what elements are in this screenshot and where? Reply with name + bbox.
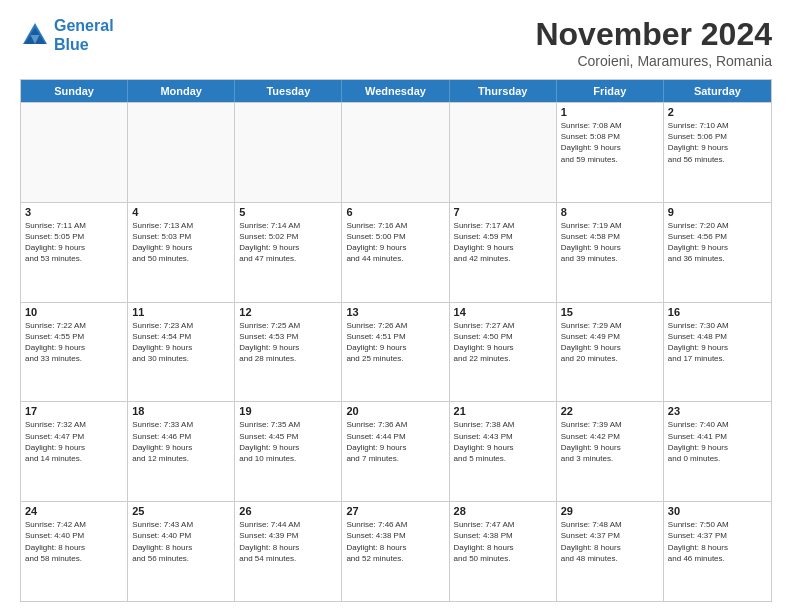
day-number: 10 xyxy=(25,306,123,318)
logo: General Blue xyxy=(20,16,114,54)
logo-icon xyxy=(20,20,50,50)
calendar-cell: 30Sunrise: 7:50 AM Sunset: 4:37 PM Dayli… xyxy=(664,502,771,601)
day-number: 26 xyxy=(239,505,337,517)
calendar-cell: 20Sunrise: 7:36 AM Sunset: 4:44 PM Dayli… xyxy=(342,402,449,501)
day-info: Sunrise: 7:44 AM Sunset: 4:39 PM Dayligh… xyxy=(239,519,337,564)
calendar-cell: 12Sunrise: 7:25 AM Sunset: 4:53 PM Dayli… xyxy=(235,303,342,402)
day-number: 3 xyxy=(25,206,123,218)
day-number: 20 xyxy=(346,405,444,417)
day-info: Sunrise: 7:29 AM Sunset: 4:49 PM Dayligh… xyxy=(561,320,659,365)
day-info: Sunrise: 7:33 AM Sunset: 4:46 PM Dayligh… xyxy=(132,419,230,464)
day-info: Sunrise: 7:39 AM Sunset: 4:42 PM Dayligh… xyxy=(561,419,659,464)
calendar-cell: 24Sunrise: 7:42 AM Sunset: 4:40 PM Dayli… xyxy=(21,502,128,601)
calendar-cell xyxy=(235,103,342,202)
day-number: 24 xyxy=(25,505,123,517)
weekday-header-wednesday: Wednesday xyxy=(342,80,449,102)
day-info: Sunrise: 7:30 AM Sunset: 4:48 PM Dayligh… xyxy=(668,320,767,365)
day-number: 19 xyxy=(239,405,337,417)
day-number: 27 xyxy=(346,505,444,517)
logo-text: General Blue xyxy=(54,16,114,54)
day-number: 9 xyxy=(668,206,767,218)
calendar-cell: 15Sunrise: 7:29 AM Sunset: 4:49 PM Dayli… xyxy=(557,303,664,402)
day-number: 2 xyxy=(668,106,767,118)
day-info: Sunrise: 7:27 AM Sunset: 4:50 PM Dayligh… xyxy=(454,320,552,365)
day-number: 4 xyxy=(132,206,230,218)
day-info: Sunrise: 7:22 AM Sunset: 4:55 PM Dayligh… xyxy=(25,320,123,365)
weekday-header-friday: Friday xyxy=(557,80,664,102)
calendar-body: 1Sunrise: 7:08 AM Sunset: 5:08 PM Daylig… xyxy=(21,102,771,601)
calendar-cell xyxy=(450,103,557,202)
day-number: 12 xyxy=(239,306,337,318)
calendar-cell: 29Sunrise: 7:48 AM Sunset: 4:37 PM Dayli… xyxy=(557,502,664,601)
calendar-cell: 4Sunrise: 7:13 AM Sunset: 5:03 PM Daylig… xyxy=(128,203,235,302)
day-info: Sunrise: 7:40 AM Sunset: 4:41 PM Dayligh… xyxy=(668,419,767,464)
day-info: Sunrise: 7:42 AM Sunset: 4:40 PM Dayligh… xyxy=(25,519,123,564)
day-info: Sunrise: 7:47 AM Sunset: 4:38 PM Dayligh… xyxy=(454,519,552,564)
calendar-cell xyxy=(21,103,128,202)
month-title: November 2024 xyxy=(535,16,772,53)
day-info: Sunrise: 7:20 AM Sunset: 4:56 PM Dayligh… xyxy=(668,220,767,265)
header: General Blue November 2024 Coroieni, Mar… xyxy=(20,16,772,69)
day-number: 30 xyxy=(668,505,767,517)
day-info: Sunrise: 7:50 AM Sunset: 4:37 PM Dayligh… xyxy=(668,519,767,564)
day-info: Sunrise: 7:13 AM Sunset: 5:03 PM Dayligh… xyxy=(132,220,230,265)
calendar-row-0: 1Sunrise: 7:08 AM Sunset: 5:08 PM Daylig… xyxy=(21,102,771,202)
day-info: Sunrise: 7:23 AM Sunset: 4:54 PM Dayligh… xyxy=(132,320,230,365)
calendar-cell: 10Sunrise: 7:22 AM Sunset: 4:55 PM Dayli… xyxy=(21,303,128,402)
calendar-cell: 3Sunrise: 7:11 AM Sunset: 5:05 PM Daylig… xyxy=(21,203,128,302)
day-info: Sunrise: 7:16 AM Sunset: 5:00 PM Dayligh… xyxy=(346,220,444,265)
calendar-cell: 7Sunrise: 7:17 AM Sunset: 4:59 PM Daylig… xyxy=(450,203,557,302)
day-number: 1 xyxy=(561,106,659,118)
calendar-cell: 27Sunrise: 7:46 AM Sunset: 4:38 PM Dayli… xyxy=(342,502,449,601)
calendar-cell: 26Sunrise: 7:44 AM Sunset: 4:39 PM Dayli… xyxy=(235,502,342,601)
day-info: Sunrise: 7:17 AM Sunset: 4:59 PM Dayligh… xyxy=(454,220,552,265)
weekday-header-saturday: Saturday xyxy=(664,80,771,102)
day-number: 25 xyxy=(132,505,230,517)
location-subtitle: Coroieni, Maramures, Romania xyxy=(535,53,772,69)
calendar-cell: 5Sunrise: 7:14 AM Sunset: 5:02 PM Daylig… xyxy=(235,203,342,302)
calendar-cell: 9Sunrise: 7:20 AM Sunset: 4:56 PM Daylig… xyxy=(664,203,771,302)
calendar: SundayMondayTuesdayWednesdayThursdayFrid… xyxy=(20,79,772,602)
calendar-cell: 14Sunrise: 7:27 AM Sunset: 4:50 PM Dayli… xyxy=(450,303,557,402)
day-number: 8 xyxy=(561,206,659,218)
day-info: Sunrise: 7:48 AM Sunset: 4:37 PM Dayligh… xyxy=(561,519,659,564)
calendar-header: SundayMondayTuesdayWednesdayThursdayFrid… xyxy=(21,80,771,102)
calendar-cell: 22Sunrise: 7:39 AM Sunset: 4:42 PM Dayli… xyxy=(557,402,664,501)
calendar-cell: 13Sunrise: 7:26 AM Sunset: 4:51 PM Dayli… xyxy=(342,303,449,402)
day-info: Sunrise: 7:11 AM Sunset: 5:05 PM Dayligh… xyxy=(25,220,123,265)
day-info: Sunrise: 7:35 AM Sunset: 4:45 PM Dayligh… xyxy=(239,419,337,464)
title-block: November 2024 Coroieni, Maramures, Roman… xyxy=(535,16,772,69)
day-info: Sunrise: 7:10 AM Sunset: 5:06 PM Dayligh… xyxy=(668,120,767,165)
calendar-cell: 16Sunrise: 7:30 AM Sunset: 4:48 PM Dayli… xyxy=(664,303,771,402)
day-number: 13 xyxy=(346,306,444,318)
day-info: Sunrise: 7:43 AM Sunset: 4:40 PM Dayligh… xyxy=(132,519,230,564)
day-number: 17 xyxy=(25,405,123,417)
day-info: Sunrise: 7:36 AM Sunset: 4:44 PM Dayligh… xyxy=(346,419,444,464)
calendar-row-2: 10Sunrise: 7:22 AM Sunset: 4:55 PM Dayli… xyxy=(21,302,771,402)
day-info: Sunrise: 7:25 AM Sunset: 4:53 PM Dayligh… xyxy=(239,320,337,365)
weekday-header-thursday: Thursday xyxy=(450,80,557,102)
calendar-cell: 8Sunrise: 7:19 AM Sunset: 4:58 PM Daylig… xyxy=(557,203,664,302)
day-number: 7 xyxy=(454,206,552,218)
calendar-cell: 21Sunrise: 7:38 AM Sunset: 4:43 PM Dayli… xyxy=(450,402,557,501)
day-number: 23 xyxy=(668,405,767,417)
calendar-cell: 2Sunrise: 7:10 AM Sunset: 5:06 PM Daylig… xyxy=(664,103,771,202)
calendar-cell: 23Sunrise: 7:40 AM Sunset: 4:41 PM Dayli… xyxy=(664,402,771,501)
calendar-cell: 28Sunrise: 7:47 AM Sunset: 4:38 PM Dayli… xyxy=(450,502,557,601)
calendar-row-4: 24Sunrise: 7:42 AM Sunset: 4:40 PM Dayli… xyxy=(21,501,771,601)
weekday-header-sunday: Sunday xyxy=(21,80,128,102)
day-number: 14 xyxy=(454,306,552,318)
weekday-header-monday: Monday xyxy=(128,80,235,102)
day-number: 15 xyxy=(561,306,659,318)
day-number: 18 xyxy=(132,405,230,417)
calendar-cell: 1Sunrise: 7:08 AM Sunset: 5:08 PM Daylig… xyxy=(557,103,664,202)
calendar-cell: 19Sunrise: 7:35 AM Sunset: 4:45 PM Dayli… xyxy=(235,402,342,501)
day-info: Sunrise: 7:14 AM Sunset: 5:02 PM Dayligh… xyxy=(239,220,337,265)
day-number: 16 xyxy=(668,306,767,318)
day-number: 21 xyxy=(454,405,552,417)
logo-line1: General xyxy=(54,17,114,34)
day-number: 5 xyxy=(239,206,337,218)
calendar-cell: 17Sunrise: 7:32 AM Sunset: 4:47 PM Dayli… xyxy=(21,402,128,501)
calendar-cell: 25Sunrise: 7:43 AM Sunset: 4:40 PM Dayli… xyxy=(128,502,235,601)
day-info: Sunrise: 7:38 AM Sunset: 4:43 PM Dayligh… xyxy=(454,419,552,464)
